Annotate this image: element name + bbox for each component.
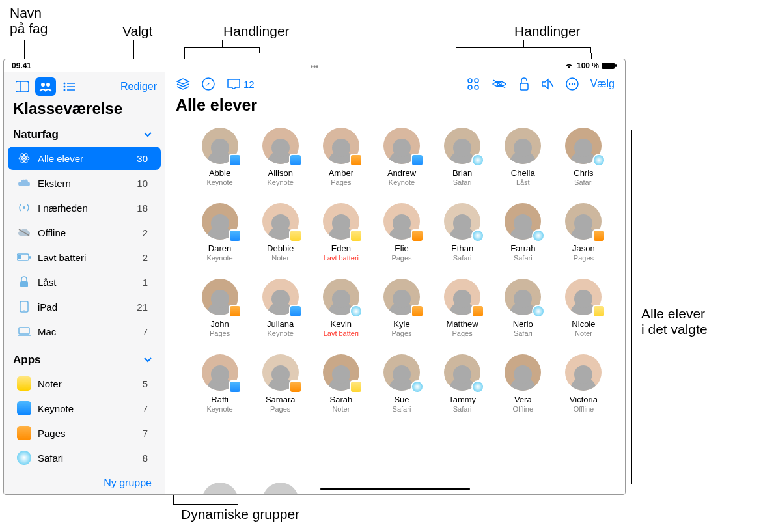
sidebar-item-label: Låst — [38, 277, 136, 288]
student-card[interactable] — [191, 483, 248, 495]
ipad-frame: 09.41 ••• 100 % — [3, 59, 626, 495]
action-hide-icon[interactable] — [492, 79, 507, 89]
sidebar-item-label: Offline — [38, 227, 136, 238]
sidebar-app-noter[interactable]: Noter 5 — [8, 372, 161, 395]
keynote-badge-icon — [289, 305, 302, 318]
svg-point-38 — [574, 83, 575, 85]
edit-button[interactable]: Rediger — [120, 81, 157, 92]
sidebar-item-offline[interactable]: Offline 2 — [8, 221, 161, 244]
view-people-icon[interactable] — [35, 77, 56, 96]
student-card[interactable]: MatthewPages — [434, 279, 491, 337]
student-card[interactable]: ChrisSafari — [555, 128, 612, 186]
view-sidebar-icon[interactable] — [12, 77, 33, 96]
new-group-button[interactable]: Ny gruppe — [4, 471, 165, 495]
student-status: Safari — [453, 254, 472, 262]
section-apps[interactable]: Apps — [4, 350, 165, 371]
sidebar-item-locked[interactable]: Låst 1 — [8, 270, 161, 294]
safari-badge-icon — [532, 305, 545, 318]
sidebar-item-label: Ekstern — [38, 178, 130, 189]
student-card[interactable]: AndrewKeynote — [373, 128, 430, 186]
student-card[interactable]: VeraOffline — [495, 354, 551, 413]
sidebar: Rediger Klasseværelse Naturfag Alle elev… — [4, 72, 165, 494]
student-card[interactable]: RaffiKeynote — [191, 354, 248, 413]
student-card[interactable] — [252, 483, 309, 495]
sidebar-item-mac[interactable]: Mac 7 — [8, 320, 161, 343]
sidebar-item-count: 7 — [143, 326, 148, 337]
section-subject[interactable]: Naturfag — [4, 124, 165, 145]
student-name: Nicole — [572, 319, 595, 329]
callout-actions-left: Handlinger — [223, 23, 290, 39]
student-card[interactable]: AllisonKeynote — [252, 128, 309, 186]
student-card[interactable]: VictoriaOffline — [555, 354, 612, 413]
student-card[interactable]: FarrahSafari — [495, 203, 551, 262]
sidebar-item-count: 5 — [143, 378, 148, 389]
student-card[interactable]: TammySafari — [434, 354, 491, 413]
student-status: Pages — [574, 254, 594, 262]
sidebar-app-pages[interactable]: Pages 7 — [8, 421, 161, 445]
student-card[interactable]: EthanSafari — [434, 203, 491, 262]
sidebar-item-ipad[interactable]: iPad 21 — [8, 295, 161, 318]
student-card[interactable]: BrianSafari — [434, 128, 491, 186]
student-card[interactable]: KevinLavt batteri — [312, 279, 369, 337]
student-card[interactable]: NicoleNoter — [555, 279, 612, 337]
student-status: Pages — [210, 329, 230, 337]
student-card[interactable]: SueSafari — [373, 354, 430, 413]
action-inbox-icon[interactable]: 12 — [227, 78, 255, 90]
sidebar-item-label: Safari — [38, 453, 136, 464]
noter-badge-icon — [350, 229, 363, 242]
sidebar-item-nearby[interactable]: I nærheden 18 — [8, 196, 161, 219]
student-name: Vera — [514, 395, 532, 404]
student-card[interactable]: AmberPages — [312, 128, 369, 186]
chevron-down-icon — [144, 357, 152, 363]
sidebar-item-remote[interactable]: Ekstern 10 — [8, 171, 161, 195]
multitask-indicator: ••• — [311, 62, 319, 71]
student-name: Matthew — [447, 319, 478, 329]
sidebar-item-count: 18 — [137, 203, 148, 214]
student-name: Nerio — [513, 319, 533, 329]
action-more-icon[interactable] — [566, 77, 579, 91]
view-list-icon[interactable] — [59, 77, 79, 96]
safari-badge-icon — [411, 380, 424, 393]
student-status: Lavt batteri — [324, 329, 359, 337]
student-status: Pages — [391, 254, 411, 262]
student-status: Safari — [453, 405, 472, 413]
status-time: 09.41 — [12, 61, 31, 70]
svg-point-23 — [23, 310, 25, 311]
student-card[interactable]: EliePages — [373, 203, 430, 262]
home-indicator[interactable] — [320, 488, 470, 490]
student-name: Sarah — [330, 395, 353, 404]
action-navigate-icon[interactable] — [202, 77, 215, 91]
student-name: Raffi — [211, 395, 229, 404]
action-grid-icon[interactable] — [467, 77, 480, 91]
student-name: Juliana — [267, 319, 294, 329]
sidebar-app-keynote[interactable]: Keynote 7 — [8, 397, 161, 420]
student-card[interactable]: KylePages — [373, 279, 430, 337]
student-status: Keynote — [206, 178, 232, 186]
sidebar-item-lowbattery[interactable]: Lavt batteri 2 — [8, 245, 161, 269]
action-unlock-icon[interactable] — [519, 77, 529, 91]
student-card[interactable]: JulianaKeynote — [252, 279, 309, 337]
sidebar-item-label: iPad — [38, 301, 130, 313]
student-status: Safari — [514, 254, 533, 262]
student-name: Chris — [574, 168, 593, 178]
student-card[interactable]: AbbieKeynote — [191, 128, 248, 186]
student-card[interactable]: EdenLavt batteri — [312, 203, 369, 262]
svg-rect-2 — [16, 81, 29, 92]
inbox-count: 12 — [243, 79, 255, 90]
student-grid-overflow — [165, 477, 625, 495]
sidebar-item-count: 7 — [143, 428, 148, 439]
student-card[interactable]: SarahNoter — [312, 354, 369, 413]
select-button[interactable]: Vælg — [590, 78, 615, 90]
sidebar-app-safari[interactable]: Safari 8 — [8, 446, 161, 469]
student-card[interactable]: JohnPages — [191, 279, 248, 337]
student-card[interactable]: NerioSafari — [495, 279, 551, 337]
student-name: Brian — [452, 168, 472, 178]
sidebar-item-all[interactable]: Alle elever 30 — [8, 147, 161, 170]
student-card[interactable]: DebbieNoter — [252, 203, 309, 262]
action-mute-icon[interactable] — [541, 78, 554, 90]
student-card[interactable]: SamaraPages — [252, 354, 309, 413]
student-card[interactable]: DarenKeynote — [191, 203, 248, 262]
student-card[interactable]: JasonPages — [555, 203, 612, 262]
student-card[interactable]: ChellaLåst — [495, 128, 551, 186]
action-open-app-icon[interactable] — [176, 77, 190, 91]
